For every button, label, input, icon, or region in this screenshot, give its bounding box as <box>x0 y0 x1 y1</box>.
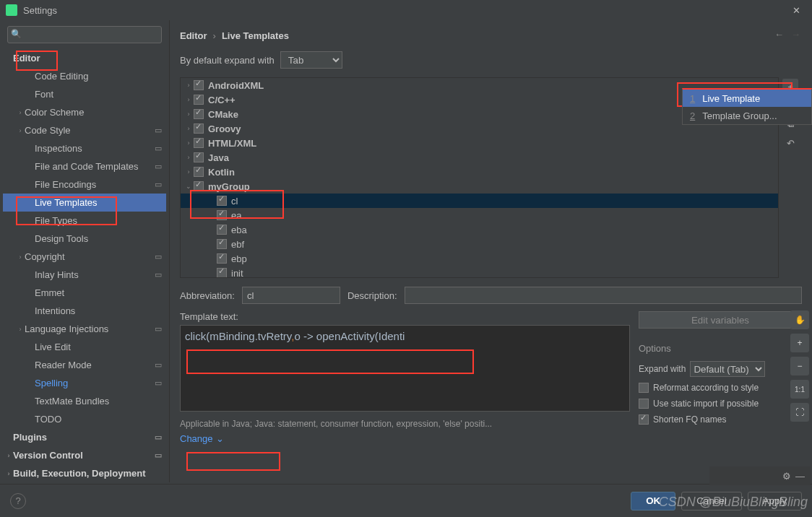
window-title: Settings <box>23 5 787 16</box>
template-checkbox[interactable] <box>194 167 204 177</box>
template-row[interactable]: cl <box>181 194 778 208</box>
sidebar-item[interactable]: TODO <box>3 410 166 428</box>
close-icon[interactable]: ✕ <box>787 5 806 16</box>
zoom-in-icon[interactable]: + <box>790 334 809 352</box>
sidebar-item[interactable]: ›Version Control▭ <box>3 446 166 464</box>
sidebar-item[interactable]: Spelling▭ <box>3 374 166 392</box>
zoom-out-icon[interactable]: − <box>790 357 809 375</box>
template-checkbox[interactable] <box>194 138 204 148</box>
footer: ? OK Cancel Apply <box>0 484 812 517</box>
zoom-fit-icon[interactable]: ⛶ <box>790 403 809 422</box>
sidebar-item[interactable]: File Encodings▭ <box>3 175 166 194</box>
template-checkbox[interactable] <box>217 253 227 264</box>
description-input[interactable] <box>405 287 802 304</box>
status-corner: ⚙ — <box>709 466 811 485</box>
sidebar-item[interactable]: Font <box>3 85 166 103</box>
ok-button[interactable]: OK <box>631 492 675 511</box>
edit-variables-button[interactable]: Edit variables <box>639 311 802 329</box>
template-row[interactable]: ›Kotlin <box>181 165 778 179</box>
nav-back-icon[interactable]: ← <box>774 29 784 40</box>
chevron-right-icon: › <box>213 30 216 41</box>
nav-forward-icon: → <box>791 29 800 40</box>
template-checkbox[interactable] <box>194 80 204 90</box>
sidebar-item[interactable]: Inlay Hints▭ <box>3 266 166 284</box>
change-link[interactable]: Change⌄ <box>180 433 224 444</box>
apply-button[interactable]: Apply <box>748 492 802 511</box>
sidebar-item[interactable]: File Types <box>3 212 166 230</box>
sidebar-item[interactable]: Code Editing <box>3 67 166 85</box>
crumb-live-templates: Live Templates <box>222 30 289 41</box>
template-row[interactable]: ea <box>181 208 778 222</box>
right-toolbar: ✋ + − 1:1 ⛶ <box>790 310 809 422</box>
template-row[interactable]: ›Java <box>181 150 778 165</box>
desc-label: Description: <box>347 290 397 301</box>
cancel-button[interactable]: Cancel <box>681 492 742 511</box>
titlebar: Settings ✕ <box>0 0 812 20</box>
sidebar-item[interactable]: Editor <box>3 49 166 67</box>
sidebar-item[interactable]: Intentions <box>3 302 166 320</box>
template-checkbox[interactable] <box>217 210 227 220</box>
template-checkbox[interactable] <box>217 225 227 235</box>
abbreviation-input[interactable] <box>242 287 340 304</box>
expand-with-label: Expand with <box>639 364 686 374</box>
crumb-editor[interactable]: Editor <box>180 30 207 41</box>
help-button[interactable]: ? <box>10 493 26 509</box>
sidebar-item[interactable]: Reader Mode▭ <box>3 356 166 374</box>
template-checkbox[interactable] <box>194 181 204 191</box>
settings-tree[interactable]: EditorCode EditingFont›Color Scheme›Code… <box>3 49 166 482</box>
sidebar-item[interactable]: Live Edit <box>3 338 166 356</box>
pan-icon[interactable]: ✋ <box>790 310 809 329</box>
template-checkbox[interactable] <box>217 268 227 278</box>
popup-template-group[interactable]: 2Template Group... <box>683 107 811 124</box>
template-checkbox[interactable] <box>217 196 227 206</box>
android-logo-icon <box>6 4 17 16</box>
template-checkbox[interactable] <box>217 239 227 249</box>
popup-live-template[interactable]: 1Live Template <box>683 90 811 107</box>
shorten-fq-checkbox[interactable] <box>639 414 649 425</box>
template-checkbox[interactable] <box>194 109 204 119</box>
options-title: Options <box>639 343 802 354</box>
static-import-checkbox[interactable] <box>639 399 649 409</box>
add-popup: 1Live Template 2Template Group... <box>682 88 812 125</box>
template-checkbox[interactable] <box>194 152 204 162</box>
search-icon: 🔍 <box>11 29 22 39</box>
undo-template-button[interactable]: ↶ <box>782 135 798 151</box>
template-row[interactable]: init <box>181 266 778 278</box>
expand-label: By default expand with <box>180 55 275 66</box>
abbr-label: Abbreviation: <box>180 290 235 301</box>
applicable-text: Applicable in Java; Java: statement, con… <box>180 419 630 429</box>
search-input[interactable] <box>7 26 162 43</box>
sidebar-item[interactable]: ›Code Style▭ <box>3 121 166 139</box>
settings-sidebar: 🔍 EditorCode EditingFont›Color Scheme›Co… <box>0 20 170 482</box>
template-checkbox[interactable] <box>194 123 204 134</box>
sidebar-item[interactable]: TextMate Bundles <box>3 392 166 410</box>
template-text-input[interactable]: click(mBinding.tvRetry,o -> openActivity… <box>180 325 630 412</box>
template-checkbox[interactable] <box>194 95 204 105</box>
expand-with-select[interactable]: Default (Tab) <box>690 361 765 377</box>
expand-select[interactable]: Tab <box>280 51 342 69</box>
sidebar-item[interactable]: ›Copyright▭ <box>3 248 166 266</box>
template-row[interactable]: ebp <box>181 251 778 266</box>
template-row[interactable]: ebf <box>181 237 778 251</box>
sidebar-item[interactable]: Design Tools <box>3 230 166 248</box>
gear-icon[interactable]: ⚙ <box>782 471 791 482</box>
sidebar-item[interactable]: ›Color Scheme <box>3 103 166 121</box>
template-row[interactable]: eba <box>181 222 778 237</box>
sidebar-item[interactable]: Plugins▭ <box>3 428 166 446</box>
sidebar-item[interactable]: Live Templates <box>3 194 166 212</box>
template-row[interactable]: ⌄myGroup <box>181 179 778 194</box>
minimize-icon[interactable]: — <box>795 471 805 482</box>
sidebar-item[interactable]: ›Language Injections▭ <box>3 320 166 338</box>
template-row[interactable]: ›HTML/XML <box>181 136 778 150</box>
sidebar-item[interactable]: ›Build, Execution, Deployment <box>3 464 166 482</box>
sidebar-item[interactable]: Emmet <box>3 284 166 302</box>
breadcrumb: Editor › Live Templates <box>180 30 802 41</box>
template-text-label: Template text: <box>180 311 630 322</box>
zoom-1to1-icon[interactable]: 1:1 <box>790 380 809 399</box>
sidebar-item[interactable]: File and Code Templates▭ <box>3 157 166 175</box>
reformat-checkbox[interactable] <box>639 383 649 393</box>
sidebar-item[interactable]: Inspections▭ <box>3 139 166 157</box>
chevron-down-icon: ⌄ <box>216 433 224 444</box>
